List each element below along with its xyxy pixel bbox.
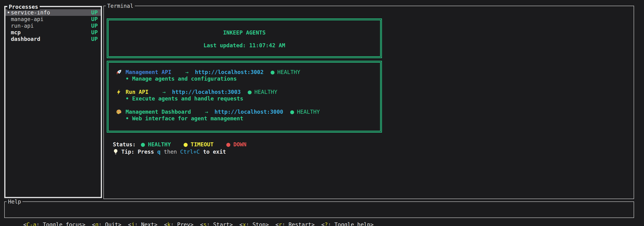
keybinding-next: <j: Next> <box>128 221 158 226</box>
separator: : <box>328 221 334 226</box>
process-list: • service-info UP manage-api UP run-api … <box>6 7 101 42</box>
key-label: r <box>279 221 282 226</box>
binding-label: Stop <box>252 221 266 226</box>
binding-label: Start <box>213 221 230 226</box>
legend-healthy: HEALTHY <box>148 141 171 148</box>
bracket: > <box>266 221 269 226</box>
service-name: Run API <box>126 89 148 95</box>
service-name: Management Dashboard <box>126 109 191 115</box>
bracket: > <box>82 221 86 226</box>
service-url[interactable]: http://localhost:3000 <box>214 109 283 115</box>
separator: : <box>134 221 141 226</box>
binding-label: Restart <box>288 221 312 226</box>
service-row: Management API → http://localhost:3002 ●… <box>116 69 380 75</box>
bracket: < <box>321 221 324 226</box>
binding-label: Prev <box>177 221 190 226</box>
bracket: < <box>23 221 26 226</box>
processes-panel: Processes • service-info UP manage-api U… <box>4 6 102 198</box>
process-name: run-api <box>11 23 91 29</box>
tip-key-ctrl-c: Ctrl+C <box>180 148 200 155</box>
bracket: > <box>118 221 121 226</box>
tip-line: Tip: Press q then Ctrl+C to exit <box>113 148 226 155</box>
tip-key-q: q <box>157 148 160 155</box>
arrow-icon: → <box>185 69 188 75</box>
terminal-panel-title: Terminal <box>106 2 135 10</box>
process-row-run-api[interactable]: run-api UP <box>6 23 101 29</box>
bracket: < <box>92 221 95 226</box>
palette-icon <box>116 109 126 115</box>
service-url[interactable]: http://localhost:3003 <box>172 89 241 95</box>
binding-label: Toggle help <box>334 221 370 226</box>
help-panel-title: Help <box>6 198 22 205</box>
lightning-icon <box>116 89 126 95</box>
selection-indicator <box>7 36 11 42</box>
bracket: < <box>240 221 243 226</box>
process-status: UP <box>91 29 98 36</box>
terminal-panel: Terminal INKEEP AGENTS Last updated: 11:… <box>104 6 634 199</box>
healthy-dot-icon: ● <box>141 141 145 148</box>
bracket: > <box>230 221 233 226</box>
header-box: INKEEP AGENTS Last updated: 11:07:42 AM <box>107 19 382 58</box>
service-url[interactable]: http://localhost:3002 <box>195 69 264 75</box>
bracket: < <box>200 221 204 226</box>
separator: : <box>36 221 43 226</box>
process-status: UP <box>91 9 98 16</box>
service-health: HEALTHY <box>278 69 300 75</box>
process-row-mcp[interactable]: mcp UP <box>6 29 101 36</box>
service-health: HEALTHY <box>254 89 278 95</box>
keybinding-prev: <k: Prev> <box>164 221 194 226</box>
keybinding-toggle-help: <?: Toggle help> <box>321 221 374 226</box>
help-bindings: <C-a: Toggle focus><q: Quit><j: Next><k:… <box>5 202 634 226</box>
legend-down: DOWN <box>233 141 246 148</box>
status-legend: Status: ● HEALTHY ● TIMEOUT ● DOWN <box>113 141 246 148</box>
last-updated: Last updated: 11:07:42 AM <box>108 42 380 49</box>
process-row-manage-api[interactable]: manage-api UP <box>6 16 101 23</box>
health-dot-icon: ● <box>271 69 274 75</box>
separator: : <box>282 221 288 226</box>
service-row: Management Dashboard → http://localhost:… <box>116 109 380 115</box>
separator: : <box>206 221 213 226</box>
health-dot-icon: ● <box>290 109 294 115</box>
service-row: Run API → http://localhost:3003 ● HEALTH… <box>116 89 380 95</box>
bracket: > <box>312 221 315 226</box>
key-label: k <box>167 221 171 226</box>
legend-timeout: TIMEOUT <box>191 141 214 148</box>
separator: : <box>98 221 105 226</box>
key-label: q <box>95 221 98 226</box>
keybinding-toggle-focus: <C-a: Toggle focus> <box>23 221 85 226</box>
keybinding-stop: <x: Stop> <box>240 221 269 226</box>
binding-label: Quit <box>105 221 118 226</box>
bracket: > <box>190 221 194 226</box>
processes-panel-title: Processes <box>7 3 40 11</box>
separator: : <box>171 221 177 226</box>
process-name: manage-api <box>11 16 91 23</box>
bracket: < <box>276 221 279 226</box>
bracket: < <box>128 221 131 226</box>
keybinding-quit: <q: Quit> <box>92 221 122 226</box>
tip-text: Tip: Press <box>121 148 157 155</box>
bracket: > <box>154 221 158 226</box>
arrow-icon: → <box>162 89 166 95</box>
key-label: ? <box>324 221 328 226</box>
process-name: dashboard <box>11 36 91 42</box>
service-health: HEALTHY <box>297 109 320 115</box>
keybinding-start: <s: Start> <box>200 221 233 226</box>
status-legend-label: Status: <box>113 141 136 148</box>
binding-label: Toggle focus <box>43 221 82 226</box>
process-status: UP <box>91 23 98 29</box>
help-panel: Help <C-a: Toggle focus><q: Quit><j: Nex… <box>4 201 634 218</box>
service-name: Management API <box>126 69 172 75</box>
health-dot-icon: ● <box>248 89 252 95</box>
key-label: j <box>131 221 134 226</box>
selection-indicator <box>7 23 11 29</box>
selection-indicator <box>7 29 11 36</box>
tip-text: then <box>160 148 180 155</box>
service-description: • Web interface for agent management <box>116 115 380 122</box>
process-status: UP <box>91 36 98 42</box>
key-label: x <box>243 221 246 226</box>
binding-label: Next <box>141 221 154 226</box>
key-label: s <box>203 221 206 226</box>
selection-indicator <box>7 16 11 23</box>
separator: : <box>246 221 252 226</box>
process-row-dashboard[interactable]: dashboard UP <box>6 36 101 42</box>
